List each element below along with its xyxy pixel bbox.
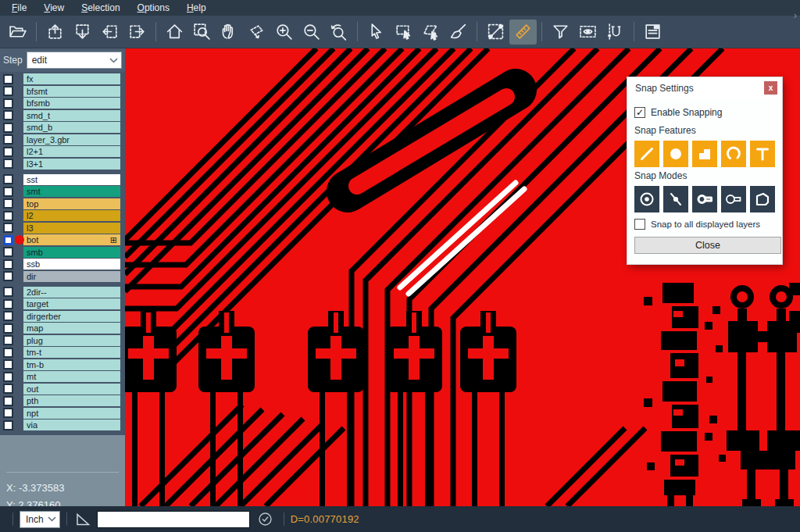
layer-name-bar[interactable]: mt: [23, 371, 120, 382]
layer-name-bar[interactable]: l3: [23, 223, 120, 234]
layer-visibility-checkbox[interactable]: [3, 271, 13, 281]
layer-name-bar[interactable]: smb: [23, 247, 120, 258]
layer-row-smb[interactable]: smb: [0, 247, 125, 258]
layer-name-bar[interactable]: pth: [23, 395, 120, 406]
snap-magnet-icon[interactable]: [602, 20, 629, 45]
layer-visibility-checkbox[interactable]: [3, 247, 13, 257]
layer-name-bar[interactable]: l2: [23, 210, 120, 221]
layer-name-bar[interactable]: smd_b: [23, 122, 120, 133]
layer-name-bar[interactable]: 2dir--: [23, 287, 120, 298]
layer-row-sst[interactable]: sst: [0, 174, 125, 185]
layer-visibility-checkbox[interactable]: [3, 159, 13, 169]
layer-visibility-checkbox[interactable]: [3, 74, 13, 84]
layer-name-bar[interactable]: target: [23, 298, 120, 309]
layer-row-l3+1[interactable]: l3+1: [0, 159, 125, 170]
layer-row-npt[interactable]: npt: [0, 408, 125, 419]
apply-check-icon[interactable]: [258, 512, 273, 527]
layer-name-bar[interactable]: bfsmb: [23, 98, 120, 109]
snap-body-filled-icon[interactable]: [692, 186, 717, 212]
layer-visibility-checkbox[interactable]: [3, 299, 13, 309]
snap-pad-round-icon[interactable]: [663, 141, 688, 167]
layer-name-bar[interactable]: bfsmt: [23, 86, 120, 97]
layer-row-l3[interactable]: l3: [0, 223, 125, 234]
layer-row-smd_t[interactable]: smd_t: [0, 110, 125, 121]
layer-name-bar[interactable]: l3+1: [23, 159, 120, 170]
measure-line-icon[interactable]: [482, 20, 509, 45]
layer-name-bar[interactable]: map: [23, 323, 120, 334]
filter-funnel-icon[interactable]: [547, 20, 574, 45]
layer-visibility-checkbox[interactable]: [3, 198, 13, 209]
layer-name-bar[interactable]: smt: [23, 186, 120, 197]
layer-name-bar[interactable]: plug: [23, 335, 120, 346]
enable-snapping-checkbox[interactable]: ✓: [634, 107, 645, 118]
layer-visibility-checkbox[interactable]: [3, 187, 13, 197]
layer-visibility-checkbox[interactable]: [3, 211, 13, 221]
snap-center-icon[interactable]: [634, 186, 659, 212]
shift-view-right-icon[interactable]: [123, 20, 151, 45]
drag-view-icon[interactable]: [243, 20, 270, 45]
enable-snapping-row[interactable]: ✓ Enable Snapping: [634, 107, 775, 118]
layer-visibility-checkbox[interactable]: [3, 134, 13, 145]
command-input[interactable]: [97, 511, 250, 528]
layer-panel-icon[interactable]: [639, 20, 666, 45]
layer-name-bar[interactable]: top: [23, 198, 120, 209]
units-combobox[interactable]: Inch: [20, 511, 60, 528]
layer-name-bar[interactable]: l2+1: [23, 146, 120, 157]
snap-arc-icon[interactable]: [721, 141, 746, 167]
pan-hand-icon[interactable]: [216, 20, 243, 45]
layer-row-l2+1[interactable]: l2+1: [0, 146, 125, 157]
open-file-icon[interactable]: [4, 20, 31, 45]
layer-row-2dir--[interactable]: 2dir--: [0, 287, 125, 298]
layer-visibility-checkbox[interactable]: [3, 311, 13, 321]
layer-row-l2[interactable]: l2: [0, 210, 125, 221]
layer-name-bar[interactable]: layer_3.gbr: [23, 134, 120, 145]
shift-view-up-icon[interactable]: [41, 20, 69, 45]
layer-row-layer_3.gbr[interactable]: layer_3.gbr: [0, 134, 125, 145]
view-region-eye-icon[interactable]: [574, 20, 602, 45]
select-arrow-icon[interactable]: [362, 20, 390, 45]
layer-row-fx[interactable]: fx: [0, 73, 125, 84]
layer-row-mt[interactable]: mt: [0, 371, 125, 382]
layer-row-top[interactable]: top: [0, 198, 125, 209]
layer-row-target[interactable]: target: [0, 298, 125, 309]
all-layers-checkbox[interactable]: [634, 219, 645, 230]
layer-row-out[interactable]: out: [0, 384, 125, 395]
measure-ruler-icon[interactable]: [509, 20, 537, 45]
layer-name-bar[interactable]: sst: [23, 174, 120, 185]
close-button[interactable]: Close: [634, 237, 781, 254]
layer-row-pth[interactable]: pth: [0, 395, 125, 406]
shift-view-left-icon[interactable]: [96, 20, 123, 45]
menu-item-selection[interactable]: Selection: [73, 2, 128, 14]
layer-visibility-checkbox[interactable]: [3, 408, 13, 418]
layer-visibility-checkbox[interactable]: [3, 86, 13, 96]
layer-name-bar[interactable]: tm-b: [23, 359, 120, 370]
layer-visibility-checkbox[interactable]: [3, 384, 13, 394]
snap-line-icon[interactable]: [634, 141, 659, 167]
snap-surface-icon[interactable]: [692, 141, 717, 167]
menu-item-view[interactable]: View: [35, 2, 73, 14]
layer-row-via[interactable]: via: [0, 420, 125, 430]
shift-view-down-icon[interactable]: [69, 20, 96, 45]
layer-name-bar[interactable]: tm-t: [23, 347, 120, 358]
layer-visibility-checkbox[interactable]: [3, 123, 13, 133]
layer-row-bfsmb[interactable]: bfsmb: [0, 98, 125, 109]
home-view-icon[interactable]: [161, 20, 188, 45]
layer-name-bar[interactable]: smd_t: [23, 110, 120, 121]
step-combobox[interactable]: edit: [27, 52, 122, 69]
snap-profile-icon[interactable]: [750, 186, 775, 212]
grid-icon[interactable]: ⊞: [110, 236, 117, 245]
layer-row-bot[interactable]: bot⊞: [0, 234, 125, 245]
angle-measure-icon[interactable]: [75, 512, 91, 527]
layer-visibility-checkbox[interactable]: [3, 110, 13, 120]
layer-visibility-checkbox[interactable]: [3, 420, 13, 430]
layer-name-bar[interactable]: npt: [23, 408, 120, 419]
layer-visibility-checkbox[interactable]: [3, 348, 13, 358]
toolbar-overflow-chevron[interactable]: ›: [794, 9, 797, 21]
layer-name-bar[interactable]: out: [23, 384, 120, 395]
paint-brush-icon[interactable]: [445, 20, 472, 45]
select-polygon-icon[interactable]: [417, 20, 445, 45]
select-rectangle-icon[interactable]: [390, 20, 417, 45]
layer-row-smt[interactable]: smt: [0, 186, 125, 197]
layer-name-bar[interactable]: via: [23, 420, 120, 430]
layer-visibility-checkbox[interactable]: [3, 174, 13, 184]
